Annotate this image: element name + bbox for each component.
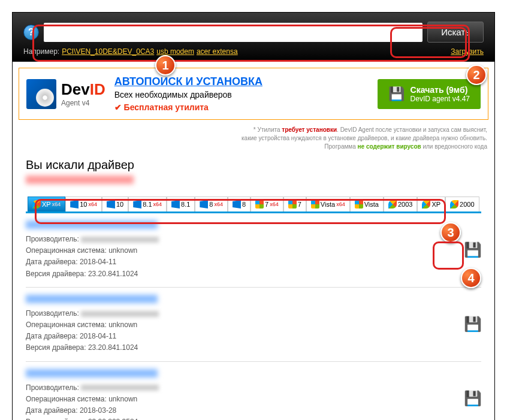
- os-tab-8[interactable]: 8: [228, 197, 251, 211]
- os-tabs: XPx6410x64108.1x648.18x6487x647Vistax64V…: [26, 195, 481, 213]
- os-tab-Vista-x64[interactable]: Vistax64: [306, 197, 350, 211]
- result-title-blurred[interactable]: [26, 220, 158, 229]
- os-tab-XP-x64[interactable]: XPx64: [28, 197, 65, 211]
- save-driver-button[interactable]: 💾: [464, 316, 481, 333]
- promo-title[interactable]: АВТОПОИСК И УСТАНОВКА: [114, 75, 369, 88]
- promo-banner: DevID Agent v4 АВТОПОИСК И УСТАНОВКА Все…: [19, 68, 488, 120]
- result-title-blurred[interactable]: [26, 369, 158, 377]
- result-item: Производитель: Операционная система: unk…: [26, 288, 481, 362]
- devid-logo-text: DevID: [61, 80, 105, 99]
- agent-version: Agent v4: [61, 99, 105, 107]
- search-input[interactable]: [44, 23, 422, 42]
- result-title-blurred[interactable]: [26, 295, 158, 303]
- os-tab-2003[interactable]: 2003: [384, 197, 417, 211]
- promo-subtitle: Всех необходимых драйверов: [114, 90, 369, 99]
- os-tab-2000[interactable]: 2000: [445, 197, 479, 211]
- example-link-0[interactable]: PCI\VEN_10DE&DEV_0CA3: [62, 47, 154, 56]
- os-tab-7[interactable]: 7: [283, 197, 306, 211]
- search-bar: ? Искать Например: PCI\VEN_10DE&DEV_0CA3…: [13, 13, 494, 62]
- search-button[interactable]: Искать: [427, 22, 484, 43]
- os-tab-8.1-x64[interactable]: 8.1x64: [128, 197, 167, 211]
- disclaimer-text: * Утилита требует установки. DevID Agent…: [20, 126, 487, 151]
- help-icon[interactable]: ?: [23, 25, 39, 40]
- search-term-blurred: [26, 176, 134, 184]
- example-link-2[interactable]: acer extensa: [197, 47, 238, 56]
- result-item: Производитель: Операционная система: unk…: [26, 213, 481, 288]
- os-tab-10[interactable]: 10: [102, 197, 128, 211]
- save-icon: 💾: [388, 86, 405, 102]
- example-label: Например:: [23, 47, 59, 56]
- save-driver-button[interactable]: 💾: [464, 390, 481, 407]
- os-tab-8-x64[interactable]: 8x64: [195, 197, 228, 211]
- upload-link[interactable]: Загрузить: [451, 47, 484, 56]
- devid-logo-icon: [26, 79, 56, 109]
- os-tab-XP[interactable]: XP: [417, 197, 445, 211]
- os-tab-8.1[interactable]: 8.1: [167, 197, 195, 211]
- save-driver-button[interactable]: 💾: [464, 241, 481, 258]
- result-item: Производитель: Операционная система: unk…: [26, 362, 481, 421]
- promo-free-label: Бесплатная утилита: [114, 102, 369, 112]
- results-heading: Вы искали драйвер: [26, 158, 481, 172]
- os-tab-10-x64[interactable]: 10x64: [65, 197, 102, 211]
- example-link-1[interactable]: usb modem: [156, 47, 194, 56]
- download-button[interactable]: 💾 Скачать (9мб) DevID agent v4.47: [378, 79, 481, 109]
- os-tab-7-x64[interactable]: 7x64: [251, 197, 283, 211]
- os-tab-Vista[interactable]: Vista: [350, 197, 384, 211]
